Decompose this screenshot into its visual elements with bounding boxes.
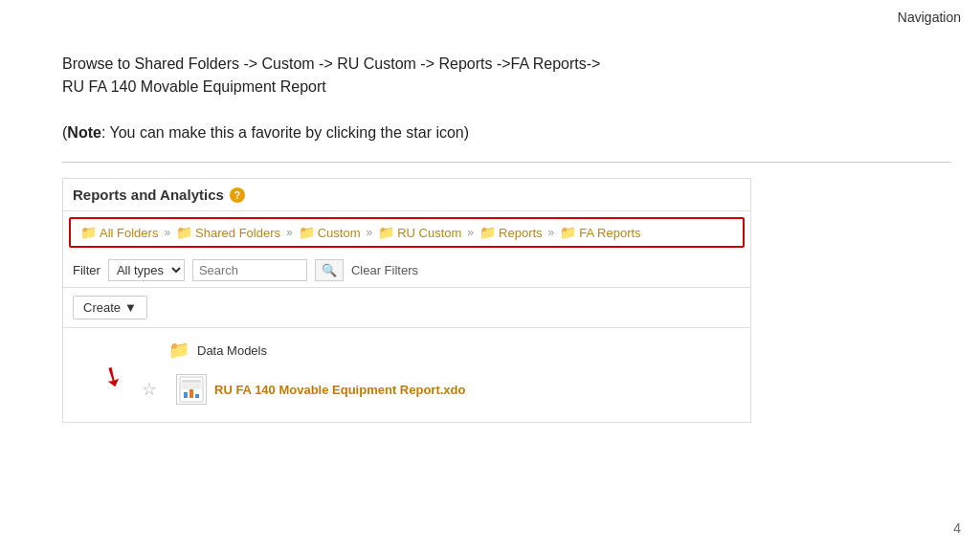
clear-filters-link[interactable]: Clear Filters	[351, 263, 418, 277]
panel-header: Reports and Analytics ?	[63, 179, 750, 211]
breadcrumb-label-3: Custom	[318, 226, 361, 240]
breadcrumb-sep-3: »	[366, 226, 372, 239]
note-line: (Note: You can make this a favorite by c…	[62, 121, 951, 144]
section-divider	[62, 162, 951, 163]
svg-rect-5	[184, 392, 188, 398]
svg-rect-1	[182, 380, 201, 383]
report-link[interactable]: RU FA 140 Movable Equipment Report.xdo	[214, 383, 465, 397]
data-models-folder-name: Data Models	[197, 343, 267, 358]
search-input[interactable]	[192, 259, 307, 281]
red-arrow-icon: ➘	[95, 357, 129, 395]
breadcrumb-shared-folders[interactable]: 📁 Shared Folders	[176, 225, 280, 240]
content-area: 📁 Data Models ➘ ☆	[63, 328, 750, 422]
svg-rect-7	[195, 394, 199, 398]
instruction-line2: RU FA 140 Movable Equipment Report	[62, 76, 951, 99]
breadcrumb-label-5: Reports	[499, 226, 543, 240]
report-row: ➘ ☆	[130, 364, 741, 414]
breadcrumb-fa-reports[interactable]: 📁 FA Reports	[560, 225, 640, 240]
star-area: ➘ ☆	[130, 370, 168, 408]
breadcrumb-label-1: All Folders	[100, 226, 158, 240]
breadcrumb-custom[interactable]: 📁 Custom	[299, 225, 361, 240]
breadcrumb-reports[interactable]: 📁 Reports	[479, 225, 543, 240]
folder-icon-6: 📁	[560, 225, 576, 240]
search-button[interactable]: 🔍	[315, 259, 344, 281]
svg-rect-3	[182, 386, 201, 386]
breadcrumb-label-2: Shared Folders	[195, 226, 280, 240]
breadcrumb-sep-1: »	[164, 226, 170, 239]
create-dropdown-arrow: ▼	[124, 300, 137, 315]
note-text: : You can make this a favorite by clicki…	[101, 124, 469, 141]
instruction-line1: Browse to Shared Folders -> Custom -> RU…	[62, 53, 951, 76]
create-button[interactable]: Create ▼	[73, 296, 147, 320]
help-icon[interactable]: ?	[230, 187, 245, 203]
breadcrumb-sep-5: »	[548, 226, 555, 239]
breadcrumb-ru-custom[interactable]: 📁 RU Custom	[378, 225, 461, 240]
create-label: Create	[83, 300, 121, 315]
breadcrumb-label-6: FA Reports	[579, 226, 640, 240]
folder-icon-1: 📁	[80, 225, 97, 240]
main-content: Browse to Shared Folders -> Custom -> RU…	[62, 53, 951, 423]
svg-rect-2	[182, 384, 201, 385]
report-file-icon	[176, 374, 207, 405]
navigation-label: Navigation	[898, 10, 961, 25]
panel-title: Reports and Analytics	[73, 187, 224, 203]
filter-bar: Filter All types 🔍 Clear Filters	[63, 253, 750, 288]
data-models-folder-row[interactable]: 📁 Data Models	[168, 336, 741, 364]
breadcrumb-bar: 📁 All Folders » 📁 Shared Folders » 📁 Cus…	[69, 217, 745, 248]
breadcrumb-all-folders[interactable]: 📁 All Folders	[80, 225, 158, 240]
report-file-svg	[178, 376, 205, 403]
breadcrumb-label-4: RU Custom	[397, 226, 461, 240]
toolbar: Create ▼	[63, 288, 750, 328]
reports-panel: Reports and Analytics ? 📁 All Folders » …	[62, 178, 751, 423]
breadcrumb-sep-2: »	[286, 226, 293, 239]
instruction-block: Browse to Shared Folders -> Custom -> RU…	[62, 53, 951, 144]
page-number: 4	[953, 520, 961, 536]
folder-icon-2: 📁	[176, 225, 192, 240]
folder-icon-5: 📁	[479, 225, 496, 240]
data-models-folder-icon: 📁	[168, 340, 189, 361]
note-bold: Note	[67, 124, 101, 141]
breadcrumb-sep-4: »	[467, 226, 474, 239]
folder-icon-3: 📁	[299, 225, 315, 240]
svg-rect-4	[182, 387, 201, 388]
filter-type-select[interactable]: All types	[108, 259, 185, 281]
svg-rect-6	[189, 389, 193, 398]
folder-icon-4: 📁	[378, 225, 394, 240]
star-icon[interactable]: ☆	[142, 379, 157, 400]
filter-label: Filter	[73, 263, 100, 277]
